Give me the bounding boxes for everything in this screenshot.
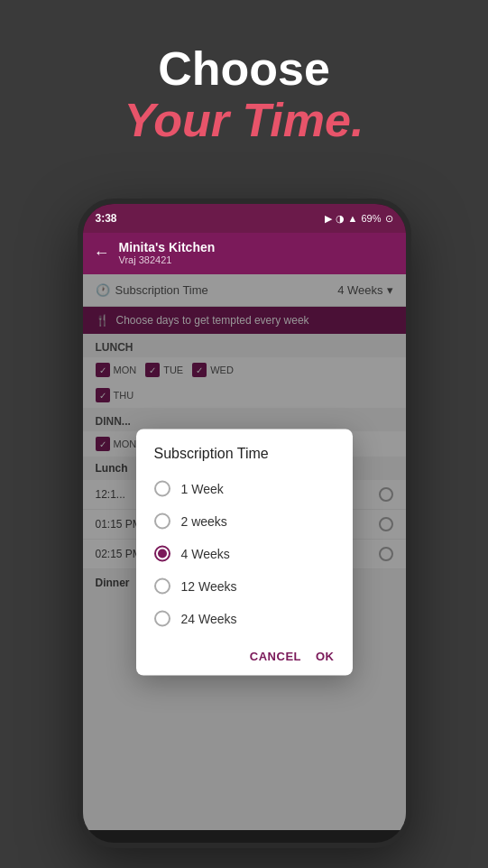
phone-mockup: 3:38 ▶ ◑ ▲ 69% ⊙ ← Minita's Kitchen Vraj… <box>78 199 411 848</box>
subscription-dialog: Subscription Time 1 Week 2 weeks 4 W <box>136 429 353 676</box>
dialog-title: Subscription Time <box>136 429 353 473</box>
battery-text: 69% <box>361 213 381 224</box>
option-2-weeks-radio[interactable] <box>154 513 170 530</box>
content-area: 🕐 Subscription Time 4 Weeks ▾ 🍴 Choose d… <box>83 274 406 830</box>
header-your-time: Your Time. <box>0 95 488 146</box>
header-area: Choose Your Time. <box>0 0 488 173</box>
moon-icon: ◑ <box>336 213 345 225</box>
option-4-weeks-radio-fill <box>158 549 167 559</box>
dialog-options: 1 Week 2 weeks 4 Weeks 12 Weeks <box>136 473 353 642</box>
option-4-weeks-radio[interactable] <box>154 546 170 562</box>
option-12-weeks[interactable]: 12 Weeks <box>154 570 335 603</box>
option-4-weeks-label: 4 Weeks <box>181 547 230 561</box>
back-arrow-icon[interactable]: ← <box>94 244 110 263</box>
dialog-actions: CANCEL OK <box>136 642 353 676</box>
option-2-weeks[interactable]: 2 weeks <box>154 505 335 538</box>
cancel-button[interactable]: CANCEL <box>250 650 301 663</box>
option-24-weeks[interactable]: 24 Weeks <box>154 603 335 635</box>
app-title: Minita's Kitchen <box>119 240 216 254</box>
option-12-weeks-radio[interactable] <box>154 578 170 595</box>
ok-button[interactable]: OK <box>316 650 335 663</box>
app-bar: ← Minita's Kitchen Vraj 382421 <box>83 233 406 274</box>
option-1-week-radio[interactable] <box>154 481 170 497</box>
status-bar: 3:38 ▶ ◑ ▲ 69% ⊙ <box>83 204 406 233</box>
youtube-icon: ▶ <box>325 213 332 225</box>
option-24-weeks-label: 24 Weeks <box>181 612 237 626</box>
option-4-weeks[interactable]: 4 Weeks <box>154 538 335 570</box>
header-choose: Choose <box>0 43 488 95</box>
option-12-weeks-label: 12 Weeks <box>181 579 237 594</box>
app-subtitle: Vraj 382421 <box>119 254 216 265</box>
option-2-weeks-label: 2 weeks <box>181 514 227 529</box>
option-1-week-label: 1 Week <box>181 482 224 496</box>
battery-icon: ⊙ <box>385 213 393 225</box>
status-time: 3:38 <box>96 212 117 225</box>
status-icons: ▶ ◑ ▲ 69% ⊙ <box>325 213 393 225</box>
option-24-weeks-radio[interactable] <box>154 611 170 627</box>
option-1-week[interactable]: 1 Week <box>154 473 335 505</box>
app-bar-text: Minita's Kitchen Vraj 382421 <box>119 240 216 265</box>
signal-icon: ▲ <box>348 213 358 224</box>
